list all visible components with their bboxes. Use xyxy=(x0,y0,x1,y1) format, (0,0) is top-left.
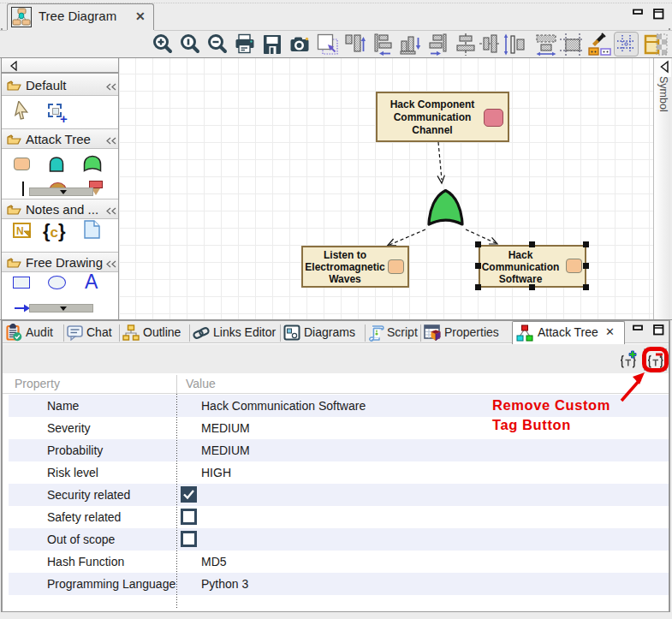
svg-text:N: N xyxy=(16,225,24,237)
